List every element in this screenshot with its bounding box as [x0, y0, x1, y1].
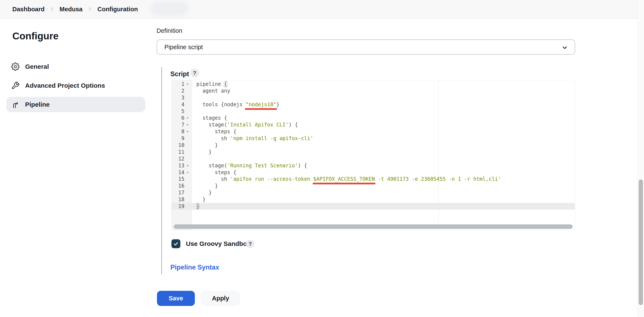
pipeline-script-editor[interactable]: 1▾pipeline {2 agent any34 tools {nodejs …	[172, 80, 575, 230]
code-line-5[interactable]: 5	[172, 108, 575, 115]
line-number-cell: 18	[172, 196, 192, 203]
code-text: }	[192, 183, 218, 189]
groovy-sandbox-label: Use Groovy Sandbox	[186, 240, 250, 248]
chevron-down-icon	[561, 44, 568, 51]
line-number: 15	[172, 176, 184, 182]
code-line-8[interactable]: 8▾ steps {	[172, 128, 575, 135]
breadcrumb-job[interactable]: Medusa	[60, 6, 82, 13]
code-line-14[interactable]: 14▾ steps {	[172, 169, 575, 176]
code-text: steps {	[192, 170, 236, 176]
code-line-7[interactable]: 7▾ stage('Install Apifox CLI') {	[172, 121, 575, 128]
header-highlight-blob	[150, 1, 188, 16]
code-line-3[interactable]: 3	[172, 94, 575, 101]
line-number: 12	[172, 156, 184, 162]
sidebar-item-label: General	[25, 63, 49, 70]
line-number-cell: 9	[172, 135, 192, 142]
page-title: Configure	[12, 30, 58, 42]
sidebar-item-label: Advanced Project Options	[25, 82, 105, 89]
code-line-12[interactable]: 12	[172, 156, 575, 162]
line-number-cell: 17	[172, 189, 192, 196]
code-line-11[interactable]: 11 }	[172, 148, 575, 156]
line-number: 10	[172, 142, 184, 148]
pipeline-syntax-link[interactable]: Pipeline Syntax	[170, 264, 219, 271]
code-text: }	[192, 203, 199, 209]
sidebar-item-label: Pipeline	[25, 101, 50, 108]
code-text: steps {	[192, 128, 236, 134]
definition-select-value: Pipeline script	[164, 44, 203, 51]
sidebar-item-pipeline[interactable]: Pipeline	[6, 97, 145, 112]
save-button[interactable]: Save	[157, 291, 195, 306]
line-number-cell: 12	[172, 156, 192, 162]
line-number-cell: 4	[172, 101, 192, 108]
line-number-cell: 3	[172, 94, 192, 101]
line-number-cell: 6▾	[172, 114, 192, 121]
breadcrumb: Dashboard Medusa Configuration	[12, 0, 138, 18]
code-line-6[interactable]: 6▾ stages {	[172, 114, 575, 121]
line-number-cell: 13▾	[172, 162, 192, 169]
line-number: 4	[172, 102, 184, 108]
line-number: 7	[172, 122, 184, 128]
fold-arrow-icon[interactable]: ▾	[184, 82, 191, 86]
breadcrumb-configuration[interactable]: Configuration	[97, 6, 138, 13]
line-number: 19	[172, 203, 184, 209]
fold-arrow-icon[interactable]: ▾	[184, 170, 191, 174]
red-underlined-token: $APIFOX_ACCESS_TOKEN	[313, 176, 375, 182]
sidebar-item-advanced-project-options[interactable]: Advanced Project Options	[6, 78, 145, 93]
code-text: stage('Install Apifox CLI') {	[192, 122, 298, 128]
line-number: 6	[172, 115, 184, 121]
apply-button[interactable]: Apply	[201, 291, 240, 306]
page-scrollbar-thumb[interactable]	[639, 180, 643, 305]
fold-arrow-icon[interactable]: ▾	[184, 123, 191, 127]
definition-label: Definition	[156, 27, 182, 34]
code-line-13[interactable]: 13▾ stage('Running Test Scenario') {	[172, 162, 575, 169]
pipeline-icon	[11, 100, 20, 109]
line-number-cell: 8▾	[172, 128, 192, 135]
wrench-icon	[11, 81, 20, 90]
breadcrumb-dashboard[interactable]: Dashboard	[12, 6, 44, 13]
line-number-cell: 15	[172, 176, 192, 182]
line-number-cell: 5	[172, 108, 192, 115]
checkmark-icon	[173, 241, 179, 246]
sandbox-help-button[interactable]: ?	[246, 240, 254, 248]
script-help-button[interactable]: ?	[190, 68, 199, 78]
code-text: stage('Running Test Scenario') {	[192, 163, 307, 168]
code-line-17[interactable]: 17 }	[172, 189, 575, 196]
sidebar-item-general[interactable]: General	[6, 59, 145, 74]
code-line-2[interactable]: 2 agent any	[172, 88, 575, 94]
fold-arrow-icon[interactable]: ▾	[184, 164, 191, 168]
code-lines: 1▾pipeline {2 agent any34 tools {nodejs …	[172, 81, 575, 210]
code-line-18[interactable]: 18 }	[172, 196, 575, 203]
line-number: 1	[172, 81, 184, 87]
gear-icon	[11, 62, 20, 71]
code-text: tools {nodejs "nodejs18"}	[192, 102, 280, 108]
chevron-right-icon	[87, 6, 93, 12]
config-sidebar: General Advanced Project Options Pipelin…	[6, 59, 145, 112]
code-line-16[interactable]: 16 }	[172, 182, 575, 189]
code-text: stages {	[192, 115, 227, 121]
code-line-1[interactable]: 1▾pipeline {	[172, 81, 575, 88]
red-underlined-token: "nodejs18"	[246, 102, 276, 108]
editor-horizontal-scrollbar[interactable]	[174, 224, 573, 229]
line-number: 9	[172, 136, 184, 141]
code-text: sh 'apifox run --access-token $APIFOX_AC…	[192, 176, 501, 182]
line-number-cell: 10	[172, 142, 192, 148]
definition-select[interactable]: Pipeline script	[156, 40, 575, 55]
fold-arrow-icon[interactable]: ▾	[184, 130, 191, 134]
code-text: sh 'npm install -g apifox-cli'	[192, 136, 313, 141]
code-line-15[interactable]: 15 sh 'apifox run --access-token $APIFOX…	[172, 176, 575, 182]
code-line-9[interactable]: 9 sh 'npm install -g apifox-cli'	[172, 135, 575, 142]
code-text: }	[192, 149, 212, 155]
groovy-sandbox-checkbox[interactable]	[172, 239, 180, 248]
line-number-cell: 11	[172, 148, 192, 156]
fold-arrow-icon[interactable]: ▾	[184, 116, 191, 120]
chevron-right-icon	[49, 6, 55, 12]
code-line-4[interactable]: 4 tools {nodejs "nodejs18"}	[172, 101, 575, 108]
code-line-10[interactable]: 10 }	[172, 142, 575, 148]
line-number-cell: 16	[172, 182, 192, 189]
page-scrollbar-track	[638, 0, 644, 317]
code-line-19[interactable]: 19}	[172, 203, 575, 210]
line-number-cell: 7▾	[172, 121, 192, 128]
line-number: 18	[172, 196, 184, 202]
code-text: pipeline {	[192, 81, 227, 87]
section-left-rule	[161, 67, 162, 275]
